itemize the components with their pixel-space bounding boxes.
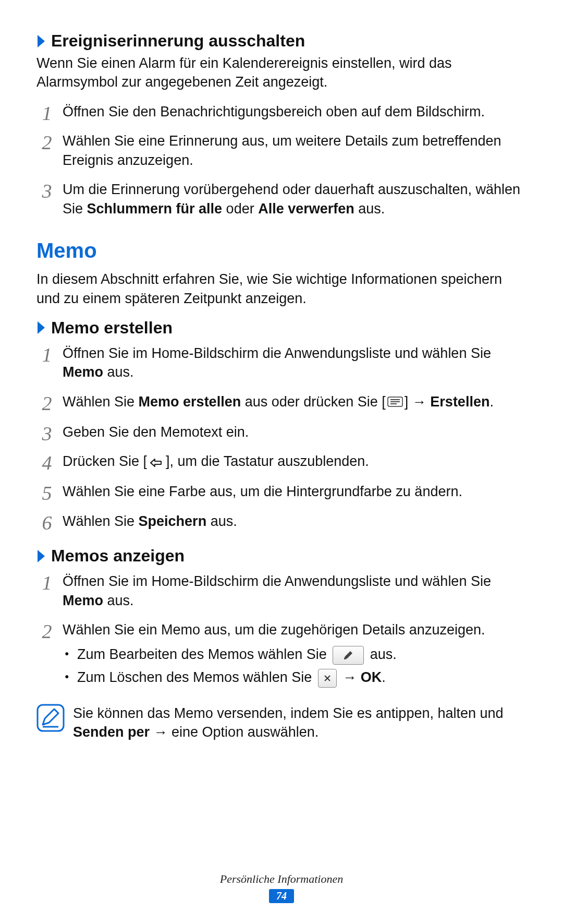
- chevron-icon: [36, 549, 47, 563]
- step-item: Öffnen Sie im Home-Bildschirm die Anwend…: [36, 344, 527, 382]
- menu-icon: [387, 393, 403, 412]
- page-footer: Persönliche Informationen 74: [0, 872, 563, 903]
- chevron-icon: [36, 320, 47, 335]
- steps-list-view: Öffnen Sie im Home-Bildschirm die Anwend…: [36, 572, 527, 688]
- bullet-list: Zum Bearbeiten des Memos wählen Sie aus.…: [63, 644, 527, 688]
- step-item: Wählen Sie ein Memo aus, um die zugehöri…: [36, 620, 527, 688]
- section-title-memo: Memo: [36, 239, 527, 262]
- memo-intro: In diesem Abschnitt erfahren Sie, wie Si…: [36, 270, 527, 308]
- intro-paragraph: Wenn Sie einen Alarm für ein Kalenderere…: [36, 54, 527, 92]
- step-item: Um die Erinnerung vorübergehend oder dau…: [36, 180, 527, 218]
- subheading-text: Ereigniserinnerung ausschalten: [51, 31, 305, 51]
- step-item: Wählen Sie eine Farbe aus, um die Hinter…: [36, 482, 527, 501]
- edit-icon: [333, 646, 364, 665]
- note-icon: [36, 704, 65, 734]
- step-item: Öffnen Sie den Benachrichtigungsbereich …: [36, 102, 527, 121]
- subheading-memo-view: Memos anzeigen: [36, 546, 527, 566]
- step-item: Wählen Sie Speichern aus.: [36, 512, 527, 531]
- back-icon: [149, 453, 164, 472]
- steps-list-create: Öffnen Sie im Home-Bildschirm die Anwend…: [36, 344, 527, 531]
- footer-label: Persönliche Informationen: [0, 872, 563, 886]
- step-item: Wählen Sie Memo erstellen aus oder drück…: [36, 392, 527, 412]
- close-icon: [318, 669, 337, 688]
- note-box: Sie können das Memo versenden, indem Sie…: [36, 704, 527, 742]
- subheading-memo-create: Memo erstellen: [36, 318, 527, 338]
- step-item: Wählen Sie eine Erinnerung aus, um weite…: [36, 131, 527, 170]
- subheading-text: Memo erstellen: [51, 318, 173, 338]
- step-item: Geben Sie den Memotext ein.: [36, 423, 527, 441]
- step-item: Öffnen Sie im Home-Bildschirm die Anwend…: [36, 572, 527, 610]
- bullet-item: Zum Bearbeiten des Memos wählen Sie aus.: [63, 644, 527, 665]
- chevron-icon: [36, 34, 47, 49]
- note-text: Sie können das Memo versenden, indem Sie…: [73, 704, 527, 742]
- step-item: Drücken Sie [ ], um die Tastatur auszubl…: [36, 452, 527, 472]
- steps-list-event-reminder: Öffnen Sie den Benachrichtigungsbereich …: [36, 102, 527, 218]
- page-number: 74: [269, 889, 294, 903]
- bullet-item: Zum Löschen des Memos wählen Sie → OK.: [63, 667, 527, 688]
- subheading-text: Memos anzeigen: [51, 546, 185, 566]
- document-page: Ereigniserinnerung ausschalten Wenn Sie …: [0, 0, 563, 924]
- subheading-event-reminder: Ereigniserinnerung ausschalten: [36, 31, 527, 51]
